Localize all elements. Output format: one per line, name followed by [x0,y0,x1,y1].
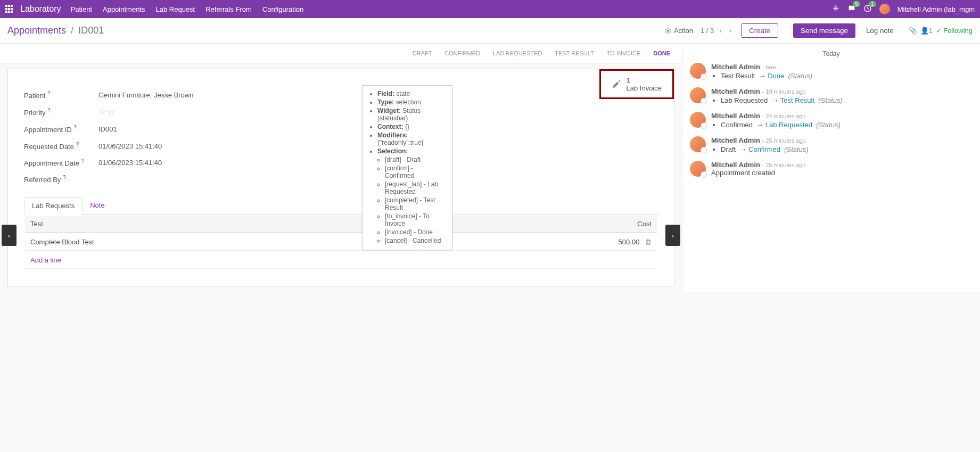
nav-patient[interactable]: Patient [71,5,92,13]
status-draft[interactable]: DRAFT [406,47,439,60]
refby-label: Referred By ? [24,175,98,184]
log-note-button[interactable]: Log note [859,23,901,38]
nav-configuration[interactable]: Configuration [262,5,303,13]
edit-icon [612,79,621,89]
chatter: Today Mitchell Admin - now Test Result →… [682,44,980,292]
lab-invoice-stat-button[interactable]: 1 Lab Invoice [599,69,674,99]
nav-appointments[interactable]: Appointments [103,5,145,13]
chatter-today: Today [690,50,973,57]
top-right: 5 1 Mitchell Admin (lab_mgm [831,4,975,14]
follower-count[interactable]: 👤1 [920,27,933,35]
col-cost: Cost [423,216,657,233]
status-test-result[interactable]: TEST RESULT [548,47,600,60]
avatar [690,112,706,128]
tabs: Lab Requests Note [24,197,658,215]
trash-icon[interactable]: 🗑 [645,238,652,246]
statusbar: DRAFT CONFIRMED LAB REQUESTED TEST RESUL… [0,44,682,63]
pager-next-icon[interactable]: › [727,26,734,36]
nav-referrals[interactable]: Referrals From [205,5,252,13]
nav-lab-request[interactable]: Lab Request [155,5,195,13]
apps-icon[interactable] [5,5,14,13]
svg-point-1 [667,30,669,32]
patient-value[interactable]: Gemini Furniture, Jesse Brown [98,91,193,99]
user-avatar[interactable] [879,4,890,14]
status-to-invoice[interactable]: TO INVOICE [600,47,647,60]
lab-requests-table: Test Cost Complete Blood Test 500.00 🗑 A… [24,215,658,270]
pager-prev-icon[interactable]: ‹ [717,26,723,36]
patient-label: Patient ? [24,91,98,100]
status-confirmed[interactable]: CONFIRMED [438,47,487,60]
messages-icon[interactable]: 5 [847,4,856,14]
message: Mitchell Admin - 19 minutes ago Lab Requ… [690,87,973,104]
control-panel: Appointments / ID001 Action 1 / 3 ‹ › Cr… [0,18,980,44]
message: Mitchell Admin - 25 minutes ago Appointm… [690,161,973,177]
create-button[interactable]: Create [741,23,778,38]
form-view: ‹ › DRAFT CONFIRMED LAB REQUESTED TEST R… [0,44,682,292]
reqdate-label: Requested Date ? [24,142,98,151]
breadcrumb-root[interactable]: Appointments [7,25,66,36]
main: ‹ › DRAFT CONFIRMED LAB REQUESTED TEST R… [0,44,980,292]
apptid-value: ID001 [98,125,117,133]
following-button[interactable]: ✓ Following [936,27,973,35]
field-tooltip: Field: state Type: selection Widget: Sta… [362,85,452,250]
prev-record-arrow[interactable]: ‹ [2,225,17,246]
pager-count: 1 / 3 [701,27,714,35]
status-done[interactable]: DONE [647,47,677,60]
brand[interactable]: Laboratory [20,4,61,14]
avatar [690,161,706,177]
activity-icon[interactable]: 1 [863,4,872,14]
apptdate-label: Appointment Date ? [24,158,98,167]
reqdate-value[interactable]: 01/06/2023 15:41:40 [98,142,162,150]
avatar [690,63,706,79]
priority-label: Priority ? [24,108,98,117]
breadcrumb-current: ID001 [78,25,104,36]
status-lab-requested[interactable]: LAB REQUESTED [487,47,548,60]
pager: 1 / 3 ‹ › [701,26,734,36]
add-line[interactable]: Add a line [25,252,657,269]
apptdate-value[interactable]: 01/06/2023 15:41:40 [98,159,162,167]
priority-stars[interactable]: ☆☆ [98,107,116,117]
cell-cost: 500.00 🗑 [423,234,657,251]
action-menu[interactable]: Action [664,27,693,35]
tab-lab-requests[interactable]: Lab Requests [24,197,83,215]
attachment-icon[interactable]: 📎 [909,27,917,35]
avatar [690,136,706,152]
breadcrumb: Appointments / ID001 [7,25,104,36]
field-group: Patient ? Gemini Furniture, Jesse Brown … [24,91,658,184]
message: Mitchell Admin - 25 minutes ago Draft → … [690,136,973,153]
send-message-button[interactable]: Send message [793,23,855,38]
top-nav: Patient Appointments Lab Request Referra… [71,5,304,13]
form-sheet: 1 Lab Invoice Patient ? Gemini Furniture… [7,69,674,286]
apptid-label: Appointment ID ? [24,125,98,134]
table-row[interactable]: Complete Blood Test 500.00 🗑 [25,234,657,251]
user-name[interactable]: Mitchell Admin (lab_mgm [897,5,975,13]
bug-icon[interactable] [831,4,840,14]
message: Mitchell Admin - 24 minutes ago Confirme… [690,112,973,129]
avatar [690,87,706,103]
message: Mitchell Admin - now Test Result → Done … [690,63,973,80]
tab-note[interactable]: Note [83,197,112,214]
topbar: Laboratory Patient Appointments Lab Requ… [0,0,980,18]
next-record-arrow[interactable]: › [665,225,680,246]
